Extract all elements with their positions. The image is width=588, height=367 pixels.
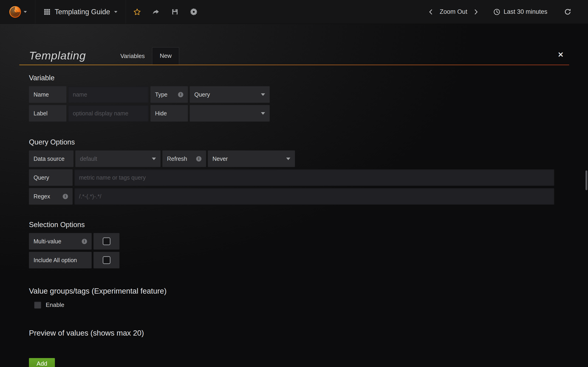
datasource-select[interactable]: default xyxy=(75,150,161,167)
zoom-out-label: Zoom Out xyxy=(440,8,467,15)
dashboard-grid-icon xyxy=(44,8,51,15)
refresh-icon xyxy=(564,8,571,16)
query-label: Query xyxy=(29,169,73,186)
tab-new[interactable]: New xyxy=(152,47,179,65)
save-icon xyxy=(171,8,179,15)
time-range-button[interactable]: Last 30 minutes xyxy=(490,0,551,24)
checkbox-box xyxy=(103,237,111,245)
query-input[interactable] xyxy=(74,169,554,186)
regex-input[interactable] xyxy=(74,188,554,205)
info-icon[interactable]: i xyxy=(63,194,68,199)
refresh-select[interactable]: Never xyxy=(208,150,295,167)
caret-down-icon xyxy=(261,112,265,115)
caret-down-icon xyxy=(24,11,27,13)
grafana-menu-button[interactable] xyxy=(0,0,35,24)
save-button[interactable] xyxy=(165,0,184,24)
time-controls: Zoom Out Last 30 minutes xyxy=(424,0,588,24)
share-button[interactable] xyxy=(147,0,165,24)
hide-label-text: Hide xyxy=(155,110,167,117)
refresh-label-text: Refresh xyxy=(167,156,187,162)
time-range-label: Last 30 minutes xyxy=(503,8,547,15)
star-button[interactable] xyxy=(128,0,147,24)
label-row: Label Hide xyxy=(29,105,588,122)
hide-select[interactable] xyxy=(190,105,270,122)
chevron-left-icon xyxy=(428,9,434,15)
page-header: Templating Variables New ✕ xyxy=(19,47,569,65)
tabs: Variables New xyxy=(113,47,179,65)
preview-heading: Preview of values (shows max 20) xyxy=(29,329,588,337)
label-label-text: Label xyxy=(34,110,48,117)
close-icon[interactable]: ✕ xyxy=(558,51,564,58)
info-icon[interactable]: i xyxy=(178,92,183,97)
refresh-label: Refresh i xyxy=(162,150,206,167)
scrollbar-thumb[interactable] xyxy=(586,170,587,190)
name-input[interactable] xyxy=(68,86,149,103)
clock-icon xyxy=(493,8,500,15)
label-input[interactable] xyxy=(68,105,149,122)
add-button[interactable]: Add xyxy=(29,358,55,367)
info-icon[interactable]: i xyxy=(196,156,201,161)
name-label: Name xyxy=(29,86,66,103)
time-shift-back-button[interactable] xyxy=(424,0,437,24)
multi-value-label-text: Multi-value xyxy=(34,238,61,245)
multi-value-checkbox[interactable] xyxy=(94,233,120,250)
info-icon[interactable]: i xyxy=(82,239,87,244)
share-icon xyxy=(152,8,160,16)
caret-down-icon xyxy=(261,93,265,96)
query-options-heading: Query Options xyxy=(29,138,588,146)
enable-row: Enable xyxy=(34,301,588,309)
regex-label: Regex i xyxy=(29,188,73,205)
multi-value-label: Multi-value i xyxy=(29,233,92,250)
variable-section-heading: Variable xyxy=(29,74,588,82)
datasource-label-text: Data source xyxy=(34,156,65,162)
tab-variables[interactable]: Variables xyxy=(113,47,152,65)
star-icon xyxy=(133,8,141,16)
grafana-logo-icon xyxy=(9,5,22,19)
enable-checkbox[interactable] xyxy=(34,302,41,309)
regex-row: Regex i xyxy=(29,188,588,205)
selection-options-heading: Selection Options xyxy=(29,221,588,229)
name-label-text: Name xyxy=(34,91,49,98)
type-select[interactable]: Query xyxy=(190,86,270,103)
caret-down-icon xyxy=(286,158,290,160)
checkbox-box xyxy=(103,256,111,264)
dashboard-title: Templating Guide xyxy=(55,8,110,16)
datasource-row: Data source default Refresh i Never xyxy=(29,150,588,167)
hide-label: Hide xyxy=(150,105,188,122)
templating-settings-view: Templating Variables New ✕ Variable Name… xyxy=(0,47,588,367)
include-all-label: Include All option xyxy=(29,252,92,268)
caret-down-icon xyxy=(114,11,117,13)
dashboard-title-button[interactable]: Templating Guide xyxy=(35,0,126,24)
refresh-select-value: Never xyxy=(212,156,228,162)
type-label-text: Type xyxy=(155,91,167,98)
include-all-checkbox[interactable] xyxy=(94,252,120,268)
datasource-select-value: default xyxy=(80,156,97,162)
include-all-row: Include All option xyxy=(29,252,588,268)
regex-label-text: Regex xyxy=(34,193,50,200)
enable-label: Enable xyxy=(46,301,64,309)
settings-button[interactable] xyxy=(184,0,203,24)
datasource-label: Data source xyxy=(29,150,73,167)
multi-value-row: Multi-value i xyxy=(29,233,588,250)
value-groups-heading: Value groups/tags (Experimental feature) xyxy=(29,287,588,295)
page-title: Templating xyxy=(29,49,86,62)
gear-icon xyxy=(190,8,198,16)
chevron-right-icon xyxy=(473,9,479,15)
time-shift-forward-button[interactable] xyxy=(469,0,482,24)
query-row: Query xyxy=(29,169,588,186)
query-label-text: Query xyxy=(34,174,49,181)
navbar-actions xyxy=(126,0,203,24)
refresh-button[interactable] xyxy=(561,0,575,24)
type-select-value: Query xyxy=(194,91,210,98)
name-row: Name Type i Query xyxy=(29,86,588,103)
form-body: Variable Name Type i Query Label Hide xyxy=(0,74,588,367)
navbar: Templating Guide xyxy=(0,0,588,24)
include-all-label-text: Include All option xyxy=(34,257,77,264)
label-label: Label xyxy=(29,105,66,122)
caret-down-icon xyxy=(152,158,156,160)
type-label: Type i xyxy=(150,86,188,103)
zoom-out-button[interactable]: Zoom Out xyxy=(437,0,469,24)
